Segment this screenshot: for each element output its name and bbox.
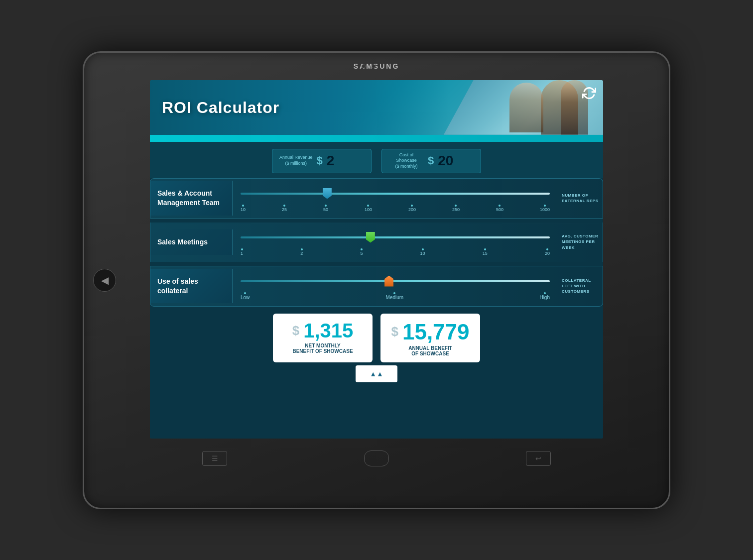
back-button[interactable]: ◀ xyxy=(93,269,116,292)
tick-500: 500 xyxy=(496,205,503,212)
sales-team-ticks: 10 25 50 100 200 250 500 1000 xyxy=(241,205,550,212)
tick-250: 250 xyxy=(452,205,460,212)
net-monthly-label: Net Monthly Benefit of Showcase xyxy=(292,343,353,354)
annual-revenue-input-box[interactable]: Annual Revenue($ millions) $ 2 xyxy=(272,149,372,173)
sliders-section: Sales & Account Management Team 10 25 50… xyxy=(150,178,603,439)
refresh-button[interactable] xyxy=(582,86,596,100)
menu-nav-button[interactable]: ☰ xyxy=(202,451,227,466)
header-background-photo xyxy=(444,80,603,135)
home-nav-button[interactable] xyxy=(364,450,389,466)
collateral-side-label: COLLATERAL LEFT WITH CUSTOMERS xyxy=(558,278,603,295)
collateral-thumb[interactable] xyxy=(384,276,393,287)
tablet-device: SAMSUNG ◀ ROI Calculator xyxy=(83,51,670,509)
results-section: $ 1,315 Net Monthly Benefit of Showcase … xyxy=(150,311,603,386)
page-title: ROI Calculator xyxy=(162,98,279,116)
annual-benefit-top-row: $ 15,779 xyxy=(391,320,469,344)
sales-team-track xyxy=(241,185,550,203)
net-monthly-top-row: $ 1,315 xyxy=(292,320,354,342)
tick-5: 5 xyxy=(360,248,363,256)
back-nav-icon: ↩ xyxy=(535,454,541,462)
tick-2: 2 xyxy=(300,248,303,256)
net-monthly-card: $ 1,315 Net Monthly Benefit of Showcase xyxy=(273,314,373,362)
sales-meetings-side-label: AVG. CUSTOMER MEETINGS PER WEEK xyxy=(558,233,603,250)
tick-high: High xyxy=(539,292,550,300)
scroll-up-button[interactable]: ▲▲ xyxy=(356,365,397,382)
sales-meetings-track-bar xyxy=(241,236,550,238)
back-arrow-icon: ◀ xyxy=(101,274,109,286)
tick-20: 20 xyxy=(545,248,550,256)
cost-showcase-dollar: $ xyxy=(428,154,434,167)
menu-icon: ☰ xyxy=(212,454,218,462)
annual-benefit-value: 15,779 xyxy=(402,320,470,344)
tick-10: 10 xyxy=(241,205,246,212)
collateral-ticks: Low Medium High xyxy=(241,292,550,300)
collateral-slider-row: Use of sales collateral Low Medium High … xyxy=(150,266,603,307)
scroll-up-icon: ▲▲ xyxy=(370,370,383,378)
back-nav-button[interactable]: ↩ xyxy=(526,451,551,466)
teal-divider xyxy=(150,135,603,142)
camera-left xyxy=(362,64,366,68)
cost-showcase-value[interactable]: 20 xyxy=(438,153,468,169)
collateral-track-bar xyxy=(241,280,550,282)
collateral-label: Use of sales collateral xyxy=(150,269,233,304)
tick-25: 25 xyxy=(282,205,287,212)
annual-revenue-dollar: $ xyxy=(317,154,323,167)
cost-showcase-input-box[interactable]: Cost of Showcase($ monthly) $ 20 xyxy=(381,149,481,173)
results-cards: $ 1,315 Net Monthly Benefit of Showcase … xyxy=(160,314,593,362)
sales-meetings-slider-content: 1 2 5 10 15 20 xyxy=(233,223,558,262)
tick-low: Low xyxy=(241,292,250,300)
net-monthly-dollar: $ xyxy=(292,323,299,338)
sales-team-thumb[interactable] xyxy=(323,188,332,199)
app-screen: ROI Calculator Annual Revenue($ millions… xyxy=(150,80,603,439)
tick-200: 200 xyxy=(408,205,416,212)
sales-team-label: Sales & Account Management Team xyxy=(150,181,233,216)
tablet-top-bar: SAMSUNG xyxy=(84,53,669,80)
tick-100: 100 xyxy=(365,205,372,212)
collateral-slider-content: Low Medium High xyxy=(233,266,558,306)
annual-benefit-dollar: $ xyxy=(391,324,398,339)
net-monthly-value: 1,315 xyxy=(303,320,353,342)
tablet-bottom-nav: ☰ ↩ xyxy=(84,439,669,478)
collateral-track xyxy=(241,272,550,290)
app-header: ROI Calculator xyxy=(150,80,603,135)
tick-50: 50 xyxy=(323,205,328,212)
annual-benefit-label: Annual Benefit of Showcase xyxy=(408,345,452,356)
input-section: Annual Revenue($ millions) $ 2 Cost of S… xyxy=(150,142,603,178)
sales-meetings-track xyxy=(241,228,550,246)
annual-revenue-value[interactable]: 2 xyxy=(327,153,357,169)
sales-meetings-label: Sales Meetings xyxy=(150,229,233,255)
camera-right xyxy=(372,64,376,68)
sales-meetings-ticks: 1 2 5 10 15 20 xyxy=(241,248,550,256)
annual-revenue-label: Annual Revenue($ millions) xyxy=(279,155,313,166)
sales-meetings-slider-row: Sales Meetings 1 2 5 10 15 20 xyxy=(150,223,603,262)
tick-1: 1 xyxy=(241,248,243,256)
tick-10m: 10 xyxy=(420,248,425,256)
tick-1000: 1000 xyxy=(540,205,550,212)
tick-15: 15 xyxy=(483,248,488,256)
sales-team-track-bar xyxy=(241,193,550,195)
annual-benefit-card: $ 15,779 Annual Benefit of Showcase xyxy=(380,314,480,362)
tick-medium: Medium xyxy=(386,292,404,300)
sales-team-slider-content: 10 25 50 100 200 250 500 1000 xyxy=(233,179,558,218)
sales-meetings-thumb[interactable] xyxy=(366,232,375,243)
cost-showcase-label: Cost of Showcase($ monthly) xyxy=(389,152,424,170)
tablet-brand-label: SAMSUNG xyxy=(354,62,400,70)
sales-team-side-label: NUMBER OF EXTERNAL REPS xyxy=(558,193,603,204)
sales-team-slider-row: Sales & Account Management Team 10 25 50… xyxy=(150,178,603,219)
